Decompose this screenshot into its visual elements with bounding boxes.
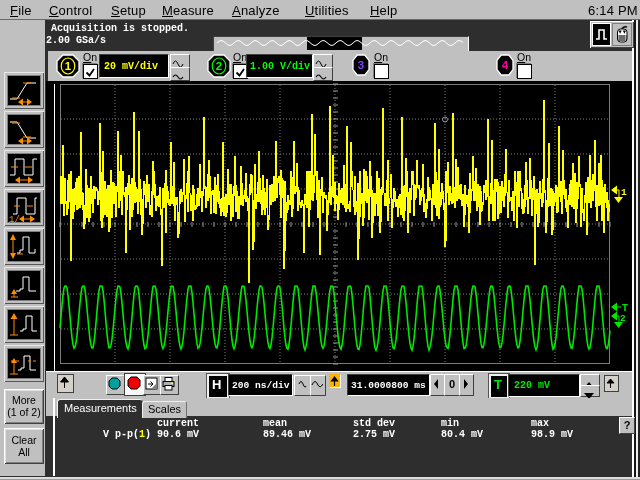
svg-text:2: 2 — [620, 313, 626, 324]
svg-text:1: 1 — [621, 187, 627, 198]
svg-text:1/: 1/ — [9, 215, 20, 222]
